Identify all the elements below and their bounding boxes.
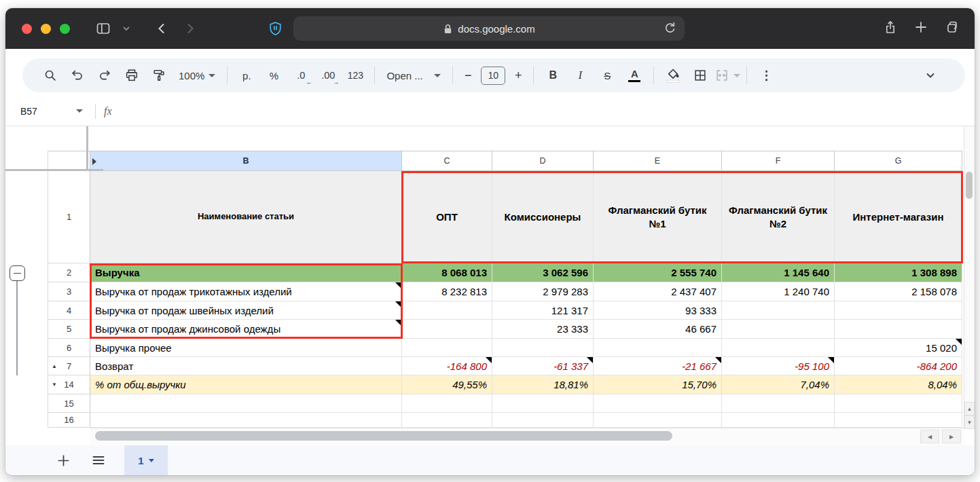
cell-C4[interactable] — [402, 301, 492, 320]
forward-button[interactable] — [179, 18, 202, 39]
row-header-14[interactable]: 14▼ — [48, 375, 90, 394]
cell-E5[interactable]: 46 667 — [594, 320, 722, 339]
decrease-decimal-button[interactable]: .0 ← — [288, 62, 314, 88]
cell-D15[interactable] — [492, 394, 594, 413]
font-select[interactable]: Open ... — [381, 62, 446, 88]
cell-F7[interactable]: -95 100 — [722, 357, 835, 375]
cell-B14[interactable]: % от общ.выручки — [90, 375, 402, 394]
reload-button[interactable] — [662, 20, 678, 38]
back-button[interactable] — [150, 18, 173, 39]
strikethrough-button[interactable]: S — [594, 62, 620, 88]
cell-D5[interactable]: 23 333 — [492, 320, 594, 339]
cell-B7[interactable]: Возврат — [90, 357, 402, 375]
extension-shield-button[interactable] — [264, 18, 287, 39]
scroll-down-button[interactable]: ▼ — [964, 415, 975, 429]
all-sheets-button[interactable] — [85, 447, 112, 474]
cell-D1[interactable]: Комиссионеры — [492, 171, 594, 263]
cell-B1[interactable]: Наименование статьи — [90, 171, 402, 263]
cell-D3[interactable]: 2 979 283 — [492, 282, 594, 301]
cell-C14[interactable]: 49,55% — [402, 375, 492, 394]
cell-G6[interactable]: 15 020 — [835, 339, 962, 357]
cell-E6[interactable] — [594, 339, 722, 357]
cell-C15[interactable] — [402, 394, 492, 413]
cell-E3[interactable]: 2 437 407 — [594, 282, 722, 301]
bold-button[interactable]: B — [540, 62, 566, 88]
cell-D7[interactable]: -61 337 — [492, 357, 594, 375]
row-header-2[interactable]: 2 — [48, 263, 90, 282]
cell-C7[interactable]: -164 800 — [402, 357, 492, 375]
group-collapse-icon[interactable]: ▲ — [52, 363, 57, 369]
cell-F5[interactable] — [722, 320, 835, 339]
vertical-scrollbar-thumb[interactable] — [966, 172, 973, 199]
column-header-E[interactable]: E — [594, 151, 722, 171]
cell-C16[interactable] — [402, 413, 492, 428]
italic-button[interactable]: I — [567, 62, 593, 88]
cell-G7[interactable]: -864 200 — [835, 357, 962, 375]
row-header-7[interactable]: 7▲ — [48, 357, 90, 375]
fill-color-button[interactable] — [660, 62, 686, 88]
font-size-input[interactable]: 10 — [481, 67, 505, 85]
row-header-16[interactable]: 16 — [48, 413, 90, 428]
address-bar[interactable]: docs.google.com — [293, 16, 685, 41]
share-button[interactable] — [882, 19, 899, 38]
more-options-button[interactable]: ⋮ — [753, 62, 779, 88]
group-expand-icon[interactable]: ▼ — [52, 382, 57, 388]
decrease-font-size-button[interactable]: − — [459, 62, 477, 88]
cell-E1[interactable]: Флагманский бутик №1 — [594, 171, 722, 263]
cell-D4[interactable]: 121 317 — [492, 301, 594, 320]
name-box[interactable]: B57 — [20, 106, 83, 117]
print-button[interactable] — [119, 62, 145, 88]
cell-E4[interactable]: 93 333 — [594, 301, 722, 320]
cell-G15[interactable] — [835, 394, 962, 413]
cell-F15[interactable] — [722, 394, 835, 413]
scroll-up-button[interactable]: ▲ — [964, 402, 975, 415]
cell-G3[interactable]: 2 158 078 — [835, 282, 962, 301]
paint-format-button[interactable] — [146, 62, 172, 88]
sheet-tab[interactable]: 1 — [124, 445, 168, 475]
merge-cells-button[interactable] — [714, 62, 740, 88]
cell-G14[interactable]: 8,04% — [835, 375, 962, 394]
sidebar-toggle-button[interactable] — [92, 18, 115, 39]
row-header-4[interactable]: 4 — [48, 301, 90, 320]
cell-C3[interactable]: 8 232 813 — [402, 282, 492, 301]
cell-D14[interactable]: 18,81% — [492, 375, 594, 394]
row-header-5[interactable]: 5 — [48, 320, 90, 339]
hidden-column-indicator-icon[interactable] — [92, 158, 96, 165]
cell-C6[interactable] — [402, 339, 492, 357]
scroll-left-button[interactable]: ◀ — [920, 430, 939, 443]
borders-button[interactable] — [687, 62, 713, 88]
minimize-button[interactable] — [41, 24, 51, 34]
cell-E14[interactable]: 15,70% — [594, 375, 722, 394]
increase-decimal-button[interactable]: .00 → — [315, 62, 341, 88]
column-header-C[interactable]: C — [402, 151, 492, 171]
column-header-B[interactable]: B — [90, 151, 402, 171]
toolbar-collapse-button[interactable] — [918, 62, 943, 88]
cell-E7[interactable]: -21 667 — [594, 357, 722, 375]
cell-E16[interactable] — [594, 413, 722, 428]
cell-F6[interactable] — [722, 339, 835, 357]
row-header-3[interactable]: 3 — [48, 282, 90, 301]
cell-F3[interactable]: 1 240 740 — [722, 282, 835, 301]
number-format-button[interactable]: 123 — [342, 62, 368, 88]
cell-B5[interactable]: Выручка от продаж джинсовой одежды — [90, 320, 402, 339]
row-header-1[interactable]: 1 — [48, 171, 90, 263]
cell-B15[interactable] — [90, 394, 402, 413]
cell-G16[interactable] — [835, 413, 962, 428]
zoom-select[interactable]: 100% — [173, 62, 221, 88]
cell-F4[interactable] — [722, 301, 835, 320]
cell-F14[interactable]: 7,04% — [722, 375, 835, 394]
cell-B4[interactable]: Выручка от продаж швейных изделий — [90, 301, 402, 320]
cell-E2[interactable]: 2 555 740 — [594, 263, 722, 282]
cell-F2[interactable]: 1 145 640 — [722, 263, 835, 282]
column-header-D[interactable]: D — [492, 151, 594, 171]
cell-E15[interactable] — [594, 394, 722, 413]
cell-C5[interactable] — [402, 320, 492, 339]
cell-B3[interactable]: Выручка от продаж трикотажных изделий — [90, 282, 402, 301]
group-collapse-button[interactable] — [10, 265, 25, 281]
percent-format-button[interactable]: % — [261, 62, 287, 88]
cell-B6[interactable]: Выручка прочее — [90, 339, 402, 357]
text-color-button[interactable]: A — [621, 62, 647, 88]
cell-G2[interactable]: 1 308 898 — [835, 263, 962, 282]
increase-font-size-button[interactable]: + — [509, 62, 527, 88]
formula-input[interactable] — [112, 96, 975, 126]
